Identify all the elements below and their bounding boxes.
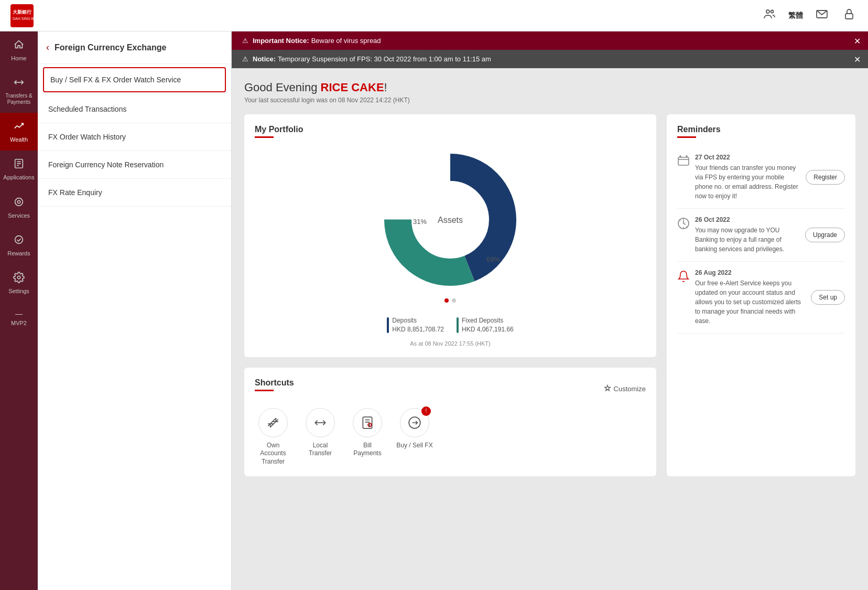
svg-text:DAH SING BANK: DAH SING BANK xyxy=(13,17,34,20)
legend-fixed-name: Fixed Deposits xyxy=(462,316,514,325)
pagination-dot-1[interactable] xyxy=(444,298,449,303)
reminder-icon-2 xyxy=(677,217,690,232)
shortcuts-header: Shortcuts Customize xyxy=(255,378,646,400)
sidebar-item-home-label: Home xyxy=(11,55,26,62)
transfers-icon xyxy=(13,77,25,91)
submenu-header: ‹ Foreign Currency Exchange xyxy=(38,31,231,64)
back-button[interactable]: ‹ xyxy=(46,42,49,53)
submenu-panel: ‹ Foreign Currency Exchange Buy / Sell F… xyxy=(38,31,232,590)
svg-point-13 xyxy=(15,198,23,206)
chart-container: Assets 31% 69% xyxy=(255,146,646,347)
submenu-item-buy-sell-fx-label: Buy / Sell FX & FX Order Watch Service xyxy=(50,76,181,84)
users-icon-button[interactable] xyxy=(761,6,778,26)
reminders-card: Reminders xyxy=(667,114,855,476)
content-area: ⚠ Important Notice: Beware of virus spre… xyxy=(232,31,868,590)
shortcuts-title: Shortcuts xyxy=(255,378,294,388)
pagination-dots xyxy=(444,298,456,303)
reminder-upgrade-button[interactable]: Upgrade xyxy=(805,228,845,242)
shortcut-label-local-transfer: Local Transfer xyxy=(302,442,339,458)
legend-text-fixed: Fixed Deposits HKD 4,067,191.66 xyxy=(462,316,514,334)
pct-31-label: 31% xyxy=(413,218,427,226)
submenu-item-fx-order-watch-history[interactable]: FX Order Watch History xyxy=(38,123,231,151)
svg-point-3 xyxy=(766,10,769,13)
shortcut-circle-bill-payments: ! xyxy=(353,408,382,437)
portfolio-card: My Portfolio Assets xyxy=(244,114,656,357)
shortcuts-title-container: Shortcuts xyxy=(255,378,294,400)
sidebar-item-home[interactable]: Home xyxy=(0,31,38,69)
portfolio-title: My Portfolio xyxy=(255,125,646,134)
applications-icon xyxy=(13,158,25,172)
submenu-title: Foreign Currency Exchange xyxy=(55,43,166,52)
topbar: 大新銀行 DAH SING BANK 繁體 xyxy=(0,0,868,31)
sidebar-item-mvp2[interactable]: — MVP2 xyxy=(0,302,38,334)
sidebar-item-transfers-payments[interactable]: Transfers &Payments xyxy=(0,69,38,113)
info-icon: ⚠ xyxy=(242,55,248,63)
submenu-item-fx-order-watch-history-label: FX Order Watch History xyxy=(48,133,126,141)
legend-text-deposits: Deposits HKD 8,851,708.72 xyxy=(392,316,444,334)
dashboard: Good Evening RICE CAKE! Your last succes… xyxy=(232,68,868,489)
reminder-setup-button[interactable]: Set up xyxy=(811,290,845,305)
shortcuts-grid: Own Accounts Transfer xyxy=(255,408,646,466)
customize-button[interactable]: Customize xyxy=(603,384,646,393)
svg-point-27 xyxy=(686,156,687,157)
shortcut-own-accounts-transfer[interactable]: Own Accounts Transfer xyxy=(255,408,291,466)
svg-point-4 xyxy=(771,10,774,13)
info-notice-title: Notice: xyxy=(253,55,276,63)
submenu-item-scheduled-transactions[interactable]: Scheduled Transactions xyxy=(38,95,231,123)
mail-icon-button[interactable] xyxy=(813,6,830,26)
shortcut-bill-payments[interactable]: ! Bill Payments xyxy=(349,408,386,466)
main-layout: Home Transfers &Payments Wealth xyxy=(0,31,868,590)
reminder-icon-3 xyxy=(677,270,690,285)
rewards-icon xyxy=(13,234,25,248)
reminder-register-button[interactable]: Register xyxy=(806,170,845,185)
sidebar-item-transfers-label: Transfers &Payments xyxy=(5,93,32,105)
shortcut-circle-buy-sell-fx: ! xyxy=(400,408,429,437)
shortcut-buy-sell-fx[interactable]: ! Buy / Sell FX xyxy=(396,408,433,466)
submenu-item-buy-sell-fx[interactable]: Buy / Sell FX & FX Order Watch Service xyxy=(43,67,226,92)
svg-point-12 xyxy=(17,200,20,203)
reminder-body-1: 27 Oct 2022 Your friends can transfer yo… xyxy=(695,154,800,201)
reminders-underline xyxy=(677,136,696,138)
important-notice-title: Important Notice: xyxy=(253,37,309,45)
sidebar-item-rewards[interactable]: Rewards xyxy=(0,227,38,264)
lock-icon-button[interactable] xyxy=(841,6,858,26)
legend-dot-fixed xyxy=(457,317,459,333)
chart-legend: Deposits HKD 8,851,708.72 Fixed Deposits… xyxy=(387,316,514,334)
info-notice-close-button[interactable]: ✕ xyxy=(854,54,861,64)
sidebar-item-applications[interactable]: Applications xyxy=(0,151,38,188)
shortcut-circle-own-accounts xyxy=(258,408,288,437)
mvp2-icon: — xyxy=(15,309,23,318)
left-column: My Portfolio Assets xyxy=(244,114,656,476)
pagination-dot-2[interactable] xyxy=(452,298,456,303)
customize-label: Customize xyxy=(614,385,646,393)
shortcut-local-transfer[interactable]: Local Transfer xyxy=(302,408,339,466)
shortcut-label-own-accounts: Own Accounts Transfer xyxy=(255,442,291,466)
submenu-item-fx-rate-enquiry[interactable]: FX Rate Enquiry xyxy=(38,179,231,207)
sidebar-item-wealth[interactable]: Wealth xyxy=(0,113,38,151)
reminders-title: Reminders xyxy=(677,125,845,134)
sidebar-item-services[interactable]: Services xyxy=(0,189,38,227)
portfolio-underline xyxy=(255,136,274,138)
legend-item-fixed-deposits: Fixed Deposits HKD 4,067,191.66 xyxy=(457,316,514,334)
legend-fixed-amount: HKD 4,067,191.66 xyxy=(462,325,514,334)
sidebar: Home Transfers &Payments Wealth xyxy=(0,31,38,590)
legend-deposits-amount: HKD 8,851,708.72 xyxy=(392,325,444,334)
services-icon xyxy=(13,196,25,210)
donut-chart: Assets 31% 69% xyxy=(377,146,524,293)
sidebar-item-rewards-label: Rewards xyxy=(7,250,30,257)
reminder-item-2: 26 Oct 2022 You may now upgrade to YOU B… xyxy=(677,209,845,262)
greeting-exclamation: ! xyxy=(384,81,387,94)
reminder-item-1: 27 Oct 2022 Your friends can transfer yo… xyxy=(677,146,845,209)
submenu-item-foreign-currency-note-reservation[interactable]: Foreign Currency Note Reservation xyxy=(38,151,231,179)
language-button[interactable]: 繁體 xyxy=(788,11,803,20)
dashboard-grid: My Portfolio Assets xyxy=(244,114,855,476)
important-notice-close-button[interactable]: ✕ xyxy=(854,36,861,46)
reminder-text-3: Our free e-Alert Service keeps you updat… xyxy=(695,278,806,326)
info-notice-bar: ⚠ Notice: Temporary Suspension of FPS: 3… xyxy=(232,50,868,68)
reminder-date-3: 26 Aug 2022 xyxy=(695,269,806,276)
submenu-item-foreign-currency-note-reservation-label: Foreign Currency Note Reservation xyxy=(48,160,164,169)
shortcut-label-bill-payments: Bill Payments xyxy=(349,442,386,458)
legend-dot-deposits xyxy=(387,317,389,333)
home-icon xyxy=(13,39,25,53)
sidebar-item-settings[interactable]: Settings xyxy=(0,264,38,302)
